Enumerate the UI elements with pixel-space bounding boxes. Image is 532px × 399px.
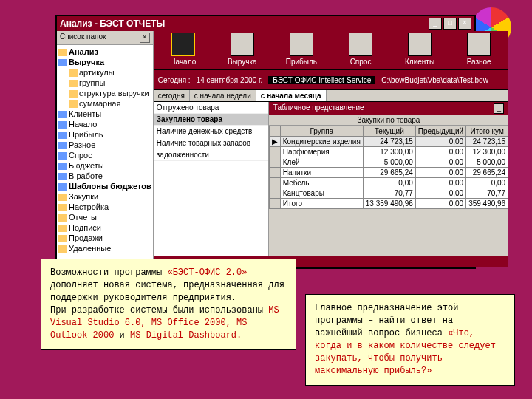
revenue-icon — [231, 33, 254, 56]
table-row[interactable]: Парфюмерия12 300,000,0012 300,00 — [269, 147, 508, 157]
report-list: Отгружено товара Закуплено товара Наличи… — [154, 102, 269, 256]
window-title: Анализ - БЭСТ ОТЧЕТЫ — [60, 16, 165, 31]
table-view-header: Табличное представление _ — [269, 102, 508, 115]
tree-item[interactable]: артикулы — [58, 67, 151, 78]
grid-header-row: Группа Текущий Предыдущий Итого кум — [269, 126, 508, 137]
clients-icon — [408, 33, 432, 56]
tree-root[interactable]: Анализ — [58, 47, 151, 57]
toolbar-nachalo[interactable]: Начало — [154, 31, 213, 69]
sidebar-title: Список папок — [60, 33, 106, 43]
tree-item[interactable]: Бюджеты — [58, 160, 151, 171]
table-row[interactable]: Мебель0,000,000,00 — [269, 178, 508, 188]
period-spacer — [327, 90, 509, 101]
tree-item[interactable]: Разное — [58, 140, 151, 150]
data-grid[interactable]: Группа Текущий Предыдущий Итого кум ▶Кон… — [269, 126, 508, 209]
tree-item[interactable]: Начало — [58, 119, 151, 129]
annotation-left: Возможности программы «БЭСТ-ОФИС 2.0» до… — [41, 259, 296, 350]
table-row[interactable]: Клей5 000,000,005 000,00 — [269, 157, 508, 168]
table-row[interactable]: ▶Кондитерские изделия24 723,150,0024 723… — [269, 137, 508, 147]
date-bar: Сегодня : 14 сентября 2000 г. БЭСТ ОФИС … — [154, 70, 508, 89]
service-name: БЭСТ ОФИС Intellect-Service — [268, 76, 375, 84]
app-window: Анализ - БЭСТ ОТЧЕТЫ _ □ × Список папок … — [55, 15, 476, 269]
panel-minimize-icon[interactable]: _ — [494, 103, 504, 114]
close-button[interactable]: × — [458, 18, 471, 30]
today-date: 14 сентября 2000 г. — [197, 76, 263, 84]
folder-tree: Анализ Выручка артикулы группы структура… — [57, 45, 153, 267]
toolbar-spros[interactable]: Спрос — [331, 31, 390, 69]
toolbar-pribyl[interactable]: Прибыль — [272, 31, 331, 69]
tree-item[interactable]: Отчеты — [58, 212, 151, 222]
tree-item[interactable]: Настройка — [58, 202, 151, 212]
file-path: C:\bowBudjet\Vba\data\Test.bow — [381, 76, 488, 84]
list-item[interactable]: Наличие товарных запасов — [154, 137, 268, 149]
annotation-right: Главное предназначение этой программы – … — [305, 294, 515, 386]
toolbar-raznoe[interactable]: Разное — [449, 31, 508, 69]
minimize-button[interactable]: _ — [429, 18, 442, 30]
period-today[interactable]: сегодня — [154, 90, 190, 101]
maximize-button[interactable]: □ — [443, 18, 457, 30]
home-icon — [171, 33, 195, 56]
period-week[interactable]: с начала недели — [190, 90, 256, 101]
tree-item[interactable]: Прибыль — [58, 129, 151, 140]
toolbar-vyruchka[interactable]: Выручка — [213, 31, 272, 69]
tree-item[interactable]: Шаблоны бюджетов — [58, 181, 151, 191]
tree-item[interactable]: Подписи — [58, 222, 151, 233]
table-row[interactable]: Канцтовары70,770,0070,77 — [269, 188, 508, 199]
list-item[interactable]: Наличие денежных средств — [154, 126, 268, 137]
period-month[interactable]: с начала месяца — [256, 90, 327, 101]
list-item[interactable]: Отгружено товара — [154, 102, 268, 114]
sidebar-header: Список папок × — [57, 31, 153, 45]
list-item[interactable]: задолженности — [154, 149, 268, 161]
sidebar: Список папок × Анализ Выручка артикулы г… — [57, 31, 154, 267]
tree-item[interactable]: Спрос — [58, 150, 151, 160]
tree-item[interactable]: Закупки — [58, 191, 151, 202]
table-panel: Табличное представление _ Закупки по тов… — [269, 102, 508, 256]
tree-item[interactable]: Выручка — [58, 57, 151, 67]
list-item[interactable]: Закуплено товара — [154, 114, 268, 126]
toolbar: Начало Выручка Прибыль Спрос Клиенты Раз… — [154, 31, 508, 70]
report-title: Закупки по товара — [269, 115, 508, 126]
tree-item[interactable]: Клиенты — [58, 109, 151, 119]
tree-item[interactable]: группы — [58, 78, 151, 88]
table-view-title: Табличное представление — [273, 103, 364, 114]
tree-item[interactable]: Удаленные — [58, 243, 151, 253]
misc-icon — [467, 33, 491, 56]
today-label: Сегодня : — [158, 76, 191, 84]
table-row[interactable]: Напитки29 665,240,0029 665,24 — [269, 168, 508, 178]
tree-item[interactable]: структура выручки — [58, 88, 151, 98]
sidebar-close-icon[interactable]: × — [140, 33, 150, 43]
toolbar-klienty[interactable]: Клиенты — [390, 31, 449, 69]
tree-item[interactable]: В работе — [58, 171, 151, 181]
main-panel: Начало Выручка Прибыль Спрос Клиенты Раз… — [154, 31, 508, 267]
period-bar: сегодня с начала недели с начала месяца — [154, 89, 508, 102]
tree-item[interactable]: суммарная — [58, 98, 151, 109]
demand-icon — [349, 33, 372, 56]
tree-item[interactable]: Продажи — [58, 233, 151, 243]
profit-icon — [290, 33, 313, 56]
titlebar: Анализ - БЭСТ ОТЧЕТЫ _ □ × — [57, 16, 474, 31]
table-row[interactable]: Итого13 359 490,960,00359 490,96 — [269, 199, 508, 209]
